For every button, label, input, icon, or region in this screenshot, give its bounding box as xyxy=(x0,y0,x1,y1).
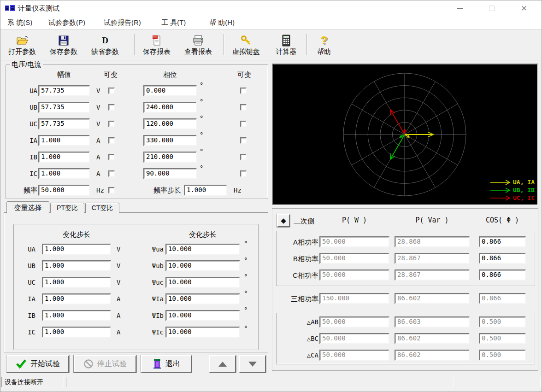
psi-step-input[interactable]: 10.000 xyxy=(165,310,240,321)
phase-input[interactable]: 120.000 xyxy=(143,118,197,129)
amplitude-input[interactable]: 57.735 xyxy=(38,102,90,113)
menu-test-report[interactable]: 试验报告(R) xyxy=(104,18,141,27)
phase-variable-checkbox[interactable] xyxy=(240,121,247,127)
psi-label: ΨIb xyxy=(142,312,164,319)
cos-value: 0.866 xyxy=(479,269,526,281)
virtual-keyboard-button[interactable]: 虚拟键盘 xyxy=(227,32,265,58)
amplitude-input[interactable]: 1.000 xyxy=(38,152,90,163)
default-params-button[interactable]: D 缺省参数 xyxy=(86,32,124,58)
amplitude-variable-checkbox[interactable] xyxy=(108,121,115,127)
help-button[interactable]: ? 帮助 xyxy=(310,32,338,58)
phase-variable-checkbox[interactable] xyxy=(240,88,247,94)
q-value: 28.867 xyxy=(395,253,470,264)
cos-value: 0.866 xyxy=(479,293,526,304)
phase-input[interactable]: 240.000 xyxy=(143,102,197,113)
phase-variable-checkbox[interactable] xyxy=(240,170,247,177)
prohibit-icon xyxy=(83,359,94,369)
legend-row: UC, IC xyxy=(490,194,535,202)
amplitude-input[interactable]: 1.000 xyxy=(38,168,90,179)
step-input[interactable]: 1.000 xyxy=(42,260,111,271)
col-header-cos: COS( Φ ) xyxy=(479,216,526,224)
amplitude-variable-checkbox[interactable] xyxy=(108,154,115,160)
step-input[interactable]: 1.000 xyxy=(42,277,111,288)
p-value: 50.000 xyxy=(319,350,389,361)
toolbar-separator xyxy=(306,34,307,55)
frequency-variable-checkbox[interactable] xyxy=(108,187,115,193)
phase-input[interactable]: 90.000 xyxy=(143,168,197,179)
psi-step-input[interactable]: 10.000 xyxy=(165,327,240,338)
amplitude-variable-checkbox[interactable] xyxy=(108,137,115,144)
toolbar: 打开参数 保存参数 D 缺省参数 EXL 保存报表 xyxy=(0,29,542,60)
tab-pt-ratio[interactable]: PT变比 xyxy=(50,203,84,213)
psi-step-input[interactable]: 10.000 xyxy=(165,293,240,304)
tab-variable-select[interactable]: 变量选择 xyxy=(6,201,49,213)
psi-step-input[interactable]: 10.000 xyxy=(165,260,240,271)
secondary-side-toggle-button[interactable]: ◆ xyxy=(277,214,290,227)
legend-label: UA, IA xyxy=(513,179,535,186)
svg-text:EXL: EXL xyxy=(153,35,158,38)
menu-test-params[interactable]: 试验参数(P) xyxy=(48,18,85,27)
toolbar-separator xyxy=(224,34,224,55)
save-floppy-icon xyxy=(58,35,70,47)
legend-arrow-icon xyxy=(490,180,513,185)
frequency-step-input[interactable]: 1.000 xyxy=(184,185,227,196)
results-panel: ◆ 二次侧 P( W ) P( Var ) COS( Φ ) A相功率 50.0… xyxy=(272,208,538,371)
frequency-input[interactable]: 50.000 xyxy=(38,185,90,196)
amplitude-variable-checkbox[interactable] xyxy=(108,88,115,94)
amplitude-input[interactable]: 1.000 xyxy=(38,135,90,146)
step-row-label: IC xyxy=(17,328,35,336)
amplitude-variable-checkbox[interactable] xyxy=(108,170,115,177)
menu-tools[interactable]: 工 具(T) xyxy=(161,18,186,27)
p-value: 50.000 xyxy=(319,236,389,247)
legend-row: UA, IA xyxy=(490,178,535,186)
secondary-side-label: 二次侧 xyxy=(294,217,314,226)
result-row-label: C相功率 xyxy=(275,271,318,280)
save-params-button[interactable]: 保存参数 xyxy=(45,32,82,58)
psi-step-input[interactable]: 10.000 xyxy=(165,244,240,255)
q-value: 86.602 xyxy=(395,350,470,361)
col-header-p: P( W ) xyxy=(319,216,389,224)
cos-value: 0.866 xyxy=(479,253,526,264)
phase-variable-checkbox[interactable] xyxy=(240,104,247,111)
result-row-label: B相功率 xyxy=(275,255,318,263)
minimize-button[interactable] xyxy=(449,0,470,16)
close-button[interactable]: ✕ xyxy=(513,0,535,16)
open-params-button[interactable]: 打开参数 xyxy=(3,32,41,58)
menu-system[interactable]: 系 统(S) xyxy=(7,18,32,27)
phase-input[interactable]: 0.000 xyxy=(143,85,197,96)
status-connection: 设备连接断开 xyxy=(1,377,64,387)
calculator-button[interactable]: 计算器 xyxy=(270,32,303,58)
amplitude-input[interactable]: 57.735 xyxy=(38,118,90,129)
step-input[interactable]: 1.000 xyxy=(42,327,111,338)
toolbar-separator xyxy=(134,34,135,55)
psi-step-input[interactable]: 10.000 xyxy=(165,277,240,288)
stop-test-button[interactable]: 停止试验 xyxy=(74,355,136,373)
amplitude-variable-checkbox[interactable] xyxy=(108,104,115,111)
up-button[interactable] xyxy=(209,355,236,373)
menu-help[interactable]: 帮 助(H) xyxy=(209,18,235,27)
step-input[interactable]: 1.000 xyxy=(42,310,111,321)
phase-variable-checkbox[interactable] xyxy=(240,137,247,144)
save-report-button[interactable]: EXL 保存报表 xyxy=(138,32,176,58)
row-label: UB xyxy=(18,104,37,111)
tab-ct-ratio[interactable]: CT变比 xyxy=(85,203,119,213)
step-input[interactable]: 1.000 xyxy=(42,293,111,304)
amplitude-input[interactable]: 57.735 xyxy=(38,85,90,96)
start-test-button[interactable]: 开始试验 xyxy=(6,355,69,373)
q-value: 86.602 xyxy=(395,333,470,344)
exit-door-icon xyxy=(153,358,162,369)
status-bar: 设备连接断开 xyxy=(0,376,542,388)
exit-button[interactable]: 退出 xyxy=(141,355,192,373)
q-value: 28.867 xyxy=(395,269,470,281)
p-value: 150.000 xyxy=(319,293,389,304)
psi-label: ΨIc xyxy=(142,328,164,336)
default-d-icon: D xyxy=(102,35,108,47)
phase-input[interactable]: 210.000 xyxy=(143,152,197,163)
phase-input[interactable]: 330.000 xyxy=(143,135,197,146)
q-value: 28.868 xyxy=(395,236,470,247)
step-input[interactable]: 1.000 xyxy=(42,244,111,255)
down-button[interactable] xyxy=(239,355,266,373)
maximize-button[interactable] xyxy=(481,0,502,16)
phase-variable-checkbox[interactable] xyxy=(240,154,247,160)
view-report-button[interactable]: 查看报表 xyxy=(179,32,217,58)
